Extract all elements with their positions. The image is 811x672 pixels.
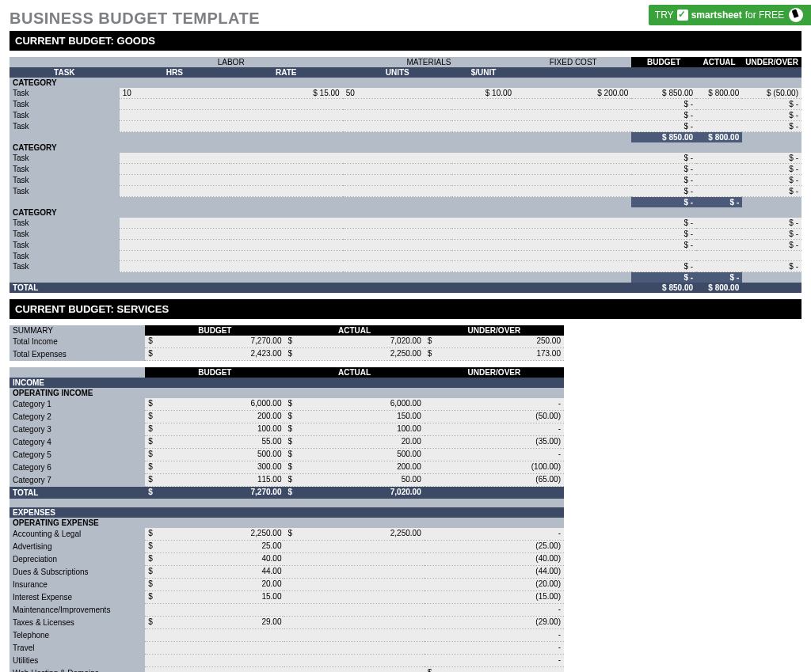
cell[interactable]: Task (10, 164, 120, 175)
cell[interactable]: $ 850.00 (631, 88, 696, 99)
cell[interactable]: $ - (631, 240, 696, 251)
cell[interactable] (343, 240, 452, 251)
cell[interactable] (120, 229, 230, 240)
cell[interactable] (284, 541, 424, 553)
cell[interactable]: - (425, 398, 564, 411)
cell[interactable] (515, 240, 631, 251)
cell[interactable] (284, 642, 424, 655)
try-smartsheet-button[interactable]: TRY smartsheet for FREE (649, 5, 811, 25)
cell[interactable] (515, 261, 631, 272)
cell[interactable] (452, 261, 515, 272)
cell[interactable]: $ - (742, 153, 801, 164)
cell[interactable] (343, 164, 452, 175)
cell[interactable]: - (425, 604, 564, 617)
cell[interactable] (343, 110, 452, 121)
cell[interactable] (145, 604, 284, 617)
cell[interactable] (696, 186, 742, 197)
cell[interactable] (343, 186, 452, 197)
cell[interactable]: Task (10, 261, 120, 272)
cell[interactable]: $ - (742, 164, 801, 175)
cell[interactable] (515, 121, 631, 132)
cell[interactable] (452, 164, 515, 175)
cell[interactable]: - (425, 423, 564, 436)
cell[interactable]: - (425, 449, 564, 461)
cell[interactable]: Task (10, 110, 120, 121)
cell[interactable] (284, 566, 424, 579)
cell[interactable] (452, 240, 515, 251)
cell[interactable] (452, 251, 515, 261)
cell[interactable]: (40.00) (425, 553, 564, 566)
cell[interactable] (452, 229, 515, 240)
cell[interactable] (452, 218, 515, 229)
cell[interactable] (696, 121, 742, 132)
cell[interactable]: $2,250.00 (284, 348, 424, 361)
cell[interactable] (742, 251, 801, 261)
cell[interactable] (696, 218, 742, 229)
cell[interactable]: $ - (742, 186, 801, 197)
cell[interactable]: Task (10, 186, 120, 197)
cell[interactable] (343, 175, 452, 186)
cell[interactable]: $ 200.00 (515, 88, 631, 99)
cell[interactable] (343, 99, 452, 110)
cell[interactable] (230, 121, 343, 132)
cell[interactable]: (44.00) (425, 566, 564, 579)
cell[interactable] (696, 175, 742, 186)
cell[interactable] (145, 667, 284, 673)
cell[interactable]: $ 800.00 (696, 88, 742, 99)
cell[interactable] (284, 553, 424, 566)
cell[interactable]: $115.00 (145, 474, 284, 487)
cell[interactable]: $250.00 (425, 336, 564, 348)
cell[interactable]: $ - (742, 218, 801, 229)
cell[interactable]: $500.00 (284, 449, 424, 461)
cell[interactable]: $ - (742, 121, 801, 132)
cell[interactable]: $7,270.00 (145, 336, 284, 348)
cell[interactable] (696, 251, 742, 261)
cell[interactable] (452, 186, 515, 197)
cell[interactable]: Task (10, 218, 120, 229)
cell[interactable] (284, 604, 424, 617)
cell[interactable] (284, 629, 424, 642)
cell[interactable]: (35.00) (425, 436, 564, 449)
cell[interactable]: $2,423.00 (145, 348, 284, 361)
cell[interactable]: $200.00 (145, 411, 284, 423)
cell[interactable]: (100.00) (425, 461, 564, 474)
cell[interactable] (696, 261, 742, 272)
cell[interactable]: $ - (742, 175, 801, 186)
cell[interactable]: (25.00) (425, 541, 564, 553)
cell[interactable]: Task (10, 175, 120, 186)
cell[interactable]: Task (10, 240, 120, 251)
cell[interactable]: $ - (631, 261, 696, 272)
cell[interactable] (631, 251, 696, 261)
cell[interactable] (343, 153, 452, 164)
cell[interactable] (343, 121, 452, 132)
cell[interactable]: (65.00) (425, 474, 564, 487)
cell[interactable]: $ - (631, 186, 696, 197)
cell[interactable] (696, 164, 742, 175)
cell[interactable] (515, 110, 631, 121)
cell[interactable]: $ - (631, 121, 696, 132)
cell[interactable]: - (425, 655, 564, 667)
cell[interactable]: $50.00 (284, 474, 424, 487)
cell[interactable]: Task (10, 251, 120, 261)
cell[interactable]: $150.00 (284, 411, 424, 423)
cell[interactable] (515, 251, 631, 261)
cell[interactable]: $ - (631, 229, 696, 240)
cell[interactable] (230, 164, 343, 175)
cell[interactable] (696, 153, 742, 164)
cell[interactable]: - (425, 528, 564, 541)
cell[interactable] (120, 175, 230, 186)
cell[interactable]: $300.00 (145, 461, 284, 474)
cell[interactable]: Task (10, 229, 120, 240)
cell[interactable] (452, 153, 515, 164)
cell[interactable]: - (425, 629, 564, 642)
cell[interactable] (230, 153, 343, 164)
cell[interactable] (343, 229, 452, 240)
cell[interactable]: (20.00) (425, 579, 564, 591)
cell[interactable]: 50 (343, 88, 452, 99)
cell[interactable]: Task (10, 121, 120, 132)
cell[interactable]: (50.00) (425, 411, 564, 423)
cell[interactable] (120, 164, 230, 175)
cell[interactable] (145, 629, 284, 642)
cell[interactable]: $ - (631, 99, 696, 110)
cell[interactable] (452, 99, 515, 110)
